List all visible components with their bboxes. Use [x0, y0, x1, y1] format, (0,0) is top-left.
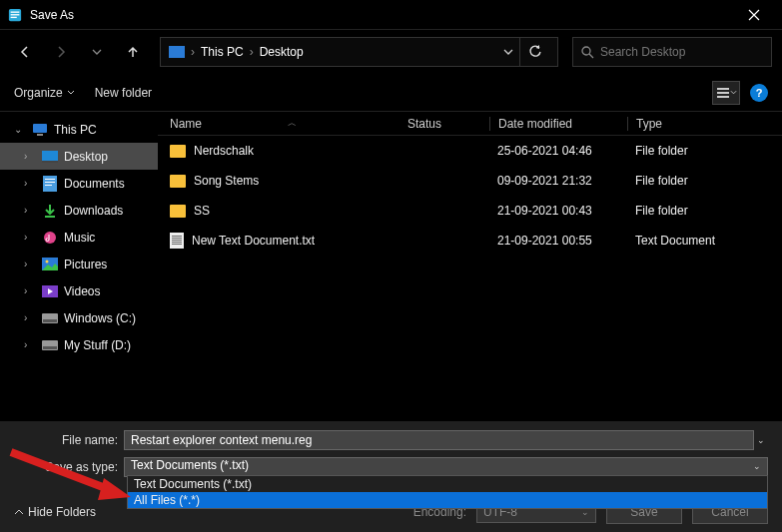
- file-name: SS: [194, 204, 210, 218]
- search-box[interactable]: [572, 37, 772, 67]
- tree-label: My Stuff (D:): [64, 338, 131, 352]
- tree-pictures[interactable]: ›Pictures: [0, 251, 158, 277]
- new-folder-button[interactable]: New folder: [95, 86, 152, 100]
- chevron-down-icon[interactable]: [503, 49, 513, 55]
- downloads-icon: [42, 203, 58, 219]
- expand-icon[interactable]: ›: [24, 205, 36, 216]
- chevron-down-icon: [92, 49, 102, 55]
- filename-input[interactable]: [124, 430, 754, 450]
- collapse-icon[interactable]: ⌄: [14, 124, 26, 135]
- svg-rect-13: [45, 179, 55, 180]
- tree-mystuff-d[interactable]: ›My Stuff (D:): [0, 331, 158, 358]
- expand-icon[interactable]: ›: [24, 285, 36, 296]
- videos-icon: [42, 283, 58, 299]
- back-button[interactable]: [10, 37, 40, 67]
- col-type[interactable]: Type: [627, 117, 782, 131]
- crumb-sep: ›: [191, 45, 195, 59]
- close-icon: [748, 9, 760, 21]
- up-button[interactable]: [118, 37, 148, 67]
- help-button[interactable]: ?: [750, 84, 768, 102]
- type-option-all[interactable]: All Files (*.*): [128, 492, 767, 508]
- saveastype-label: Save as type:: [14, 460, 124, 474]
- address-bar[interactable]: › This PC › Desktop: [160, 37, 558, 67]
- expand-icon[interactable]: ›: [24, 259, 36, 269]
- tree-windows-c[interactable]: ›Windows (C:): [0, 304, 158, 331]
- drive-icon: [42, 337, 58, 353]
- bottom-panel: File name: ⌄ Save as type: Text Document…: [0, 421, 782, 493]
- documents-icon: [42, 176, 58, 192]
- titlebar: Save As: [0, 0, 782, 30]
- crumb-desktop[interactable]: Desktop: [260, 45, 304, 59]
- file-row[interactable]: Song Stems09-09-2021 21:32File folder: [158, 166, 782, 196]
- expand-icon[interactable]: ›: [24, 339, 36, 350]
- pictures-icon: [42, 257, 58, 272]
- col-name[interactable]: Name︿: [158, 117, 407, 131]
- desktop-icon: [42, 149, 58, 165]
- chevron-down-icon[interactable]: ⌄: [754, 435, 768, 445]
- file-type: File folder: [627, 144, 782, 158]
- refresh-button[interactable]: [519, 37, 549, 67]
- chevron-down-icon: [67, 90, 75, 95]
- recent-button[interactable]: [82, 37, 112, 67]
- saveastype-dropdown: Text Documents (*.txt) All Files (*.*): [127, 475, 768, 509]
- file-date: 21-09-2021 00:43: [489, 204, 627, 218]
- file-type: Text Document: [627, 234, 782, 248]
- file-row[interactable]: New Text Document.txt21-09-2021 00:55Tex…: [158, 226, 782, 256]
- list-view-icon: [716, 87, 730, 99]
- expand-icon[interactable]: ›: [24, 312, 36, 323]
- text-file-icon: [170, 233, 184, 249]
- forward-button[interactable]: [46, 37, 76, 67]
- tree-desktop[interactable]: ›Desktop: [0, 143, 158, 170]
- file-name: Song Stems: [194, 174, 259, 188]
- svg-rect-10: [42, 151, 58, 161]
- column-headers: Name︿ Status Date modified Type: [158, 112, 782, 136]
- organize-button[interactable]: Organize: [14, 86, 75, 100]
- window-title: Save As: [30, 8, 734, 22]
- file-row[interactable]: Nerdschalk25-06-2021 04:46File folder: [158, 136, 782, 166]
- app-icon: [8, 8, 22, 22]
- pc-icon: [169, 46, 185, 58]
- crumb-this-pc[interactable]: This PC: [201, 45, 244, 59]
- file-name: Nerdschalk: [194, 144, 254, 158]
- folder-icon: [170, 175, 186, 188]
- hide-folders-button[interactable]: Hide Folders: [14, 505, 96, 519]
- search-input[interactable]: [600, 45, 763, 59]
- svg-rect-16: [45, 216, 55, 218]
- forward-icon: [54, 45, 68, 59]
- tree-music[interactable]: ›Music: [0, 224, 158, 251]
- back-icon: [18, 45, 32, 59]
- svg-rect-12: [43, 176, 57, 192]
- saveastype-select[interactable]: Text Documents (*.txt)⌄: [124, 457, 768, 477]
- svg-rect-14: [45, 182, 55, 183]
- type-option-txt[interactable]: Text Documents (*.txt): [128, 476, 767, 492]
- col-status[interactable]: Status: [407, 117, 489, 131]
- tree-label: Desktop: [64, 150, 108, 164]
- expand-icon[interactable]: ›: [24, 178, 36, 189]
- svg-rect-11: [42, 161, 58, 163]
- svg-rect-8: [33, 124, 47, 133]
- tree-videos[interactable]: ›Videos: [0, 277, 158, 304]
- toolbar: Organize New folder ?: [0, 74, 782, 112]
- file-date: 25-06-2021 04:46: [489, 144, 627, 158]
- tree-label: Documents: [64, 177, 125, 191]
- chevron-down-icon: [730, 90, 737, 95]
- tree-label: Music: [64, 231, 95, 245]
- col-date[interactable]: Date modified: [489, 117, 627, 131]
- view-button[interactable]: [712, 81, 740, 105]
- svg-rect-3: [11, 16, 17, 17]
- tree-downloads[interactable]: ›Downloads: [0, 197, 158, 224]
- file-row[interactable]: SS21-09-2021 00:43File folder: [158, 196, 782, 226]
- svg-rect-7: [717, 96, 729, 98]
- close-button[interactable]: [734, 0, 774, 30]
- file-type: File folder: [627, 174, 782, 188]
- chevron-up-icon: [14, 509, 24, 515]
- expand-icon[interactable]: ›: [24, 232, 36, 243]
- crumb-sep: ›: [250, 45, 254, 59]
- drive-icon: [42, 310, 58, 326]
- file-name: New Text Document.txt: [192, 234, 315, 248]
- expand-icon[interactable]: ›: [24, 151, 36, 162]
- tree-this-pc[interactable]: ⌄ This PC: [0, 116, 158, 143]
- chevron-down-icon: ⌄: [753, 461, 761, 471]
- tree-label: Downloads: [64, 204, 123, 218]
- tree-documents[interactable]: ›Documents: [0, 170, 158, 197]
